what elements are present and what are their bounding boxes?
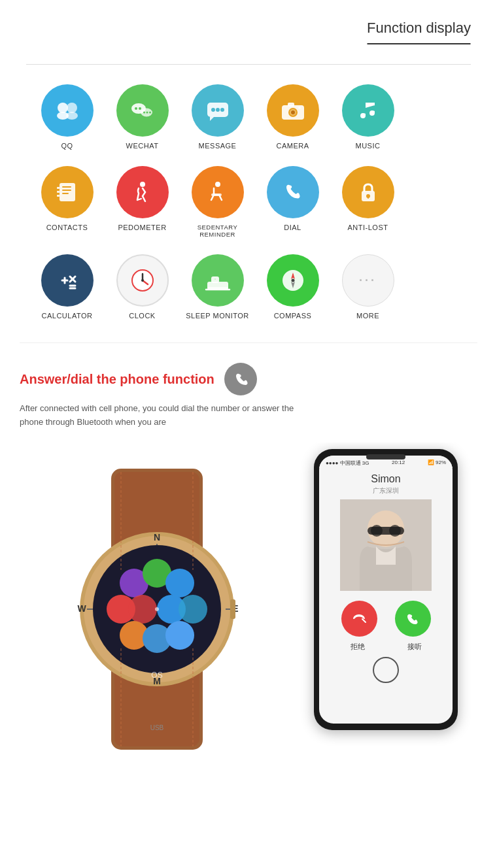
svg-point-44 xyxy=(141,279,144,282)
svg-rect-25 xyxy=(62,193,69,194)
icon-item-clock: CLOCK xyxy=(108,254,177,320)
answer-title-text: Answer/dial the phone function xyxy=(20,372,214,387)
svg-rect-47 xyxy=(211,276,219,283)
phone-notch xyxy=(366,454,405,459)
clock-icon-circle xyxy=(116,254,169,307)
icon-item-pedometer: PEDOMETER xyxy=(108,166,177,238)
time-display: 20:12 xyxy=(392,459,405,467)
caller-location: 广东深圳 xyxy=(319,486,453,495)
svg-rect-17 xyxy=(288,103,294,107)
icon-item-wechat: WECHAT xyxy=(108,84,177,150)
wechat-label: WECHAT xyxy=(126,142,159,150)
camera-icon-circle xyxy=(267,84,319,137)
camera-label: CAMERA xyxy=(276,142,309,150)
contacts-label: CONTACTS xyxy=(46,224,88,231)
svg-rect-26 xyxy=(57,187,60,189)
icon-item-more: ··· MORE xyxy=(334,254,402,320)
icon-item-contacts: CONTACTS xyxy=(33,166,101,238)
more-icon-circle: ··· xyxy=(342,254,394,307)
svg-point-12 xyxy=(211,108,215,112)
dial-label: DIAL xyxy=(284,224,301,231)
icon-item-sleep: SLEEP MONITOR xyxy=(183,254,252,320)
decline-button[interactable] xyxy=(341,601,377,637)
svg-point-9 xyxy=(146,112,148,114)
svg-point-14 xyxy=(220,108,224,112)
icon-item-message: MESSAGE xyxy=(183,84,252,150)
svg-point-77 xyxy=(179,595,207,624)
call-button-labels: 拒绝 接听 xyxy=(319,642,453,652)
section-title: Function display xyxy=(367,20,471,44)
music-label: MUSIC xyxy=(356,142,381,150)
contacts-icon-circle xyxy=(41,166,94,218)
svg-line-93 xyxy=(362,619,366,622)
function-display-section: Function display QQ xyxy=(0,0,497,342)
svg-rect-27 xyxy=(57,191,60,193)
svg-rect-70 xyxy=(230,599,235,619)
icon-item-camera: CAMERA xyxy=(258,84,327,150)
svg-point-5 xyxy=(135,107,137,110)
answer-label: 接听 xyxy=(407,642,422,652)
icon-item-sedentary: SEDENTARY REMINDER xyxy=(183,166,252,238)
svg-marker-15 xyxy=(210,117,214,121)
svg-rect-31 xyxy=(211,193,222,196)
icon-item-calculator: CALCULATOR xyxy=(33,254,101,320)
icons-grid: QQ WECHAT xyxy=(26,84,471,329)
svg-rect-23 xyxy=(62,186,71,188)
svg-text:USB: USB xyxy=(150,724,164,731)
answer-dial-section: Answer/dial the phone function After con… xyxy=(0,343,497,795)
carrier-info: ●●●● 中国联通 3G xyxy=(326,459,369,467)
pedometer-label: PEDOMETER xyxy=(118,224,166,231)
svg-point-13 xyxy=(216,108,220,112)
message-icon-circle xyxy=(192,84,244,137)
sedentary-icon-circle xyxy=(192,166,244,218)
icon-item-dial: DIAL xyxy=(258,166,327,238)
more-label: MORE xyxy=(356,312,379,320)
phone-image: ●●●● 中国联通 3G 20:12 📶 92% Simon 广东深圳 xyxy=(314,449,458,750)
battery-indicator: 📶 92% xyxy=(428,459,446,467)
dial-icon-circle xyxy=(267,166,319,218)
icon-item-antilost: ANTI-LOST xyxy=(334,166,402,238)
caller-avatar xyxy=(340,499,432,591)
svg-point-10 xyxy=(149,112,151,114)
qq-label: QQ xyxy=(61,142,73,150)
svg-point-1 xyxy=(67,103,77,113)
music-icon-circle xyxy=(342,84,394,137)
svg-text:OS: OS xyxy=(151,671,162,680)
compass-label: COMPASS xyxy=(274,312,312,320)
answer-title-row: Answer/dial the phone function xyxy=(20,363,477,395)
phone-home-button[interactable] xyxy=(373,657,399,683)
answer-button[interactable] xyxy=(395,601,431,637)
calculator-icon-circle xyxy=(41,254,94,307)
answer-description: After connected with cell phone, you cou… xyxy=(20,402,307,429)
icon-item-music: MUSIC xyxy=(334,84,402,150)
svg-point-0 xyxy=(58,103,68,113)
svg-point-21 xyxy=(298,107,301,109)
icon-item-compass: COMPASS xyxy=(258,254,327,320)
svg-point-91 xyxy=(371,525,383,537)
svg-point-20 xyxy=(291,110,295,114)
caller-name: Simon xyxy=(319,468,453,486)
clock-label: CLOCK xyxy=(129,312,155,320)
svg-point-48 xyxy=(214,279,215,280)
icon-item-qq: QQ xyxy=(33,84,101,150)
svg-point-53 xyxy=(291,279,294,282)
message-label: MESSAGE xyxy=(199,142,237,150)
svg-rect-28 xyxy=(57,195,60,197)
svg-point-6 xyxy=(139,107,141,110)
svg-point-81 xyxy=(155,607,159,611)
phone-frame: ●●●● 中国联通 3G 20:12 📶 92% Simon 广东深圳 xyxy=(314,449,458,730)
svg-point-3 xyxy=(66,112,78,120)
answer-icon-circle xyxy=(224,363,257,395)
section-title-wrapper: Function display xyxy=(26,20,471,65)
svg-point-73 xyxy=(165,569,194,597)
qq-icon-circle xyxy=(41,84,94,137)
svg-point-80 xyxy=(165,621,194,650)
pedometer-icon-circle xyxy=(116,166,169,218)
sleep-icon-circle xyxy=(192,254,244,307)
antilost-icon-circle xyxy=(342,166,394,218)
svg-point-29 xyxy=(140,182,145,187)
svg-point-75 xyxy=(128,595,157,624)
svg-text:N: N xyxy=(154,532,160,542)
product-area: N M W E xyxy=(20,442,477,782)
svg-rect-24 xyxy=(62,190,71,191)
